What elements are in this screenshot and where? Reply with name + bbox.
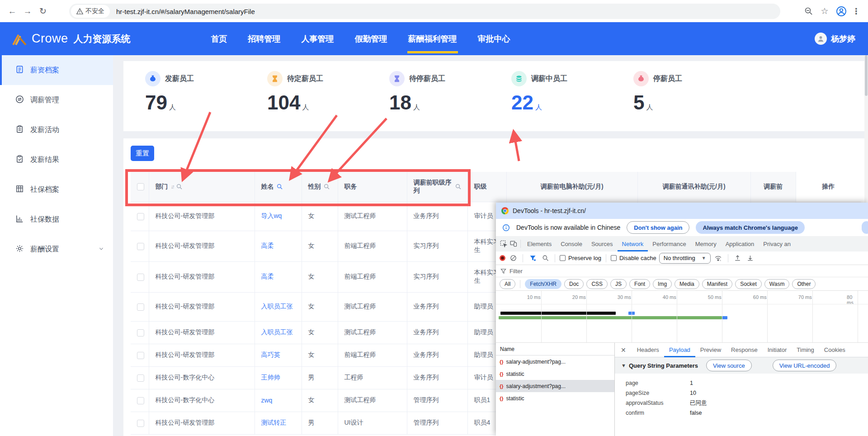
export-har-icon[interactable] — [745, 255, 755, 261]
column-search-icon[interactable] — [324, 184, 330, 190]
detail-tab-response[interactable]: Response — [726, 343, 763, 357]
import-har-icon[interactable] — [733, 255, 743, 261]
detail-tab-cookies[interactable]: Cookies — [819, 343, 850, 357]
filter-chip-10[interactable]: Socket — [735, 279, 762, 289]
filter-chip-6[interactable]: Font — [629, 279, 650, 289]
preserve-log-checkbox[interactable]: Preserve log — [560, 255, 601, 261]
filter-chip-5[interactable]: JS — [610, 279, 627, 289]
record-icon[interactable] — [500, 255, 505, 261]
column-header-5[interactable]: 调薪前职级序列 — [407, 172, 467, 202]
row-checkbox[interactable] — [137, 352, 144, 359]
sidebar-item-7[interactable]: 薪酬设置 — [0, 234, 113, 264]
row-checkbox[interactable] — [137, 329, 144, 336]
nav-item-1[interactable]: 首页 — [211, 22, 227, 55]
devtools-tab-sources[interactable]: Sources — [587, 236, 618, 251]
filter-chip-9[interactable]: Manifest — [702, 279, 732, 289]
column-header-3[interactable]: 性别 — [302, 172, 338, 202]
row-checkbox[interactable] — [137, 397, 144, 404]
name-link[interactable]: 测试转正 — [255, 412, 302, 434]
row-checkbox[interactable] — [137, 274, 144, 281]
filter-chip-3[interactable]: Doc — [564, 279, 584, 289]
name-link[interactable]: 入职员工张 — [255, 321, 302, 344]
devtools-tab-console[interactable]: Console — [556, 236, 587, 251]
filter-chip-12[interactable]: Other — [792, 279, 816, 289]
filter-chip-8[interactable]: Media — [675, 279, 699, 289]
sidebar-item-4[interactable]: 发薪结果 — [0, 145, 113, 175]
column-header-2[interactable]: 姓名 — [255, 172, 302, 202]
dont-show-again-button[interactable]: Don't show again — [627, 221, 689, 234]
name-link[interactable]: 高柔 — [255, 261, 302, 292]
filter-icon[interactable] — [528, 255, 538, 261]
detail-tab-preview[interactable]: Preview — [695, 343, 726, 357]
view-source-button[interactable]: View source — [706, 360, 752, 371]
row-checkbox[interactable] — [137, 213, 144, 220]
sort-icons[interactable]: ↓↑ — [171, 184, 174, 190]
filter-chip-7[interactable]: Img — [653, 279, 672, 289]
request-row-4[interactable]: {}statistic — [496, 392, 614, 404]
zoom-out-icon[interactable] — [801, 7, 816, 15]
match-language-button[interactable]: Always match Chrome's language — [696, 221, 804, 234]
network-filter-input[interactable] — [509, 268, 645, 275]
nav-item-5[interactable]: 薪酬福利管理 — [408, 22, 457, 55]
devtools-tab-application[interactable]: Application — [721, 236, 759, 251]
forward-icon[interactable]: → — [20, 6, 35, 16]
devtools-tab-elements[interactable]: Elements — [523, 236, 556, 251]
column-search-icon[interactable] — [277, 184, 283, 190]
bookmark-star-icon[interactable]: ☆ — [817, 6, 832, 16]
name-link[interactable]: 高巧英 — [255, 344, 302, 366]
back-icon[interactable]: ← — [5, 6, 20, 16]
request-row-3[interactable]: {}salary-adjustment?pag... — [496, 380, 614, 392]
name-link[interactable]: 入职员工张 — [255, 292, 302, 321]
detail-tab-timing[interactable]: Timing — [792, 343, 819, 357]
request-list-header[interactable]: Name — [496, 343, 614, 355]
page-scrollbar[interactable] — [864, 55, 868, 203]
row-checkbox[interactable] — [137, 374, 144, 382]
network-waterfall[interactable] — [496, 304, 868, 343]
row-checkbox[interactable] — [137, 420, 144, 427]
filter-chip-4[interactable]: CSS — [586, 279, 608, 289]
nav-item-6[interactable]: 审批中心 — [478, 22, 510, 55]
name-link[interactable]: 导入wq — [255, 202, 302, 231]
clipped-button[interactable] — [862, 221, 868, 234]
search-icon[interactable] — [540, 255, 550, 261]
user-menu[interactable]: 杨梦婷 — [815, 33, 855, 45]
reset-button[interactable]: 重置 — [131, 146, 154, 161]
request-row-2[interactable]: {}statistic — [496, 368, 614, 380]
devtools-titlebar[interactable]: DevTools - hr-test.zjf-it.cn/ — [496, 203, 868, 219]
devtools-tab-performance[interactable]: Performance — [648, 236, 690, 251]
name-link[interactable]: 王帅帅 — [255, 366, 302, 389]
row-checkbox[interactable] — [137, 243, 144, 250]
browser-menu-icon[interactable]: ⋮ — [851, 6, 862, 16]
column-header-1[interactable]: 部门↓↑ — [149, 172, 255, 202]
collapse-triangle-icon[interactable]: ▼ — [621, 363, 626, 368]
column-search-icon[interactable] — [455, 184, 461, 190]
name-link[interactable]: zwq — [255, 389, 302, 412]
inspect-icon[interactable] — [499, 240, 509, 247]
nav-item-4[interactable]: 假勤管理 — [355, 22, 387, 55]
detail-tab-headers[interactable]: Headers — [632, 343, 664, 357]
detail-tab-payload[interactable]: Payload — [664, 343, 695, 357]
filter-chip-11[interactable]: Wasm — [764, 279, 790, 289]
column-search-icon[interactable] — [176, 184, 182, 190]
throttling-select[interactable]: No throttling▼ — [659, 253, 711, 264]
close-icon[interactable]: ✕ — [615, 346, 632, 354]
row-checkbox[interactable] — [137, 303, 144, 311]
clear-icon[interactable] — [508, 255, 518, 261]
sidebar-item-1[interactable]: 薪资档案 — [0, 55, 113, 85]
request-row-1[interactable]: {}salary-adjustment?pag... — [496, 355, 614, 368]
filter-chip-2[interactable]: Fetch/XHR — [525, 279, 561, 289]
sidebar-item-5[interactable]: 社保档案 — [0, 175, 113, 204]
nav-item-3[interactable]: 人事管理 — [302, 22, 334, 55]
devtools-tab-privacy-an[interactable]: Privacy an — [759, 236, 795, 251]
nav-item-2[interactable]: 招聘管理 — [248, 22, 281, 55]
sidebar-item-2[interactable]: 调薪管理 — [0, 85, 113, 115]
reload-icon[interactable]: ↻ — [35, 6, 51, 16]
detail-tab-initiator[interactable]: Initiator — [763, 343, 792, 357]
sidebar-item-3[interactable]: 发薪活动 — [0, 115, 113, 145]
device-toolbar-icon[interactable] — [509, 240, 519, 247]
devtools-tab-network[interactable]: Network — [618, 236, 648, 251]
address-bar[interactable]: 不安全 hr-test.zjf-it.cn/#/salaryManagement… — [69, 4, 780, 19]
profile-icon[interactable] — [834, 6, 849, 17]
select-all-checkbox[interactable] — [137, 183, 144, 190]
disable-cache-checkbox[interactable]: Disable cache — [611, 255, 656, 261]
